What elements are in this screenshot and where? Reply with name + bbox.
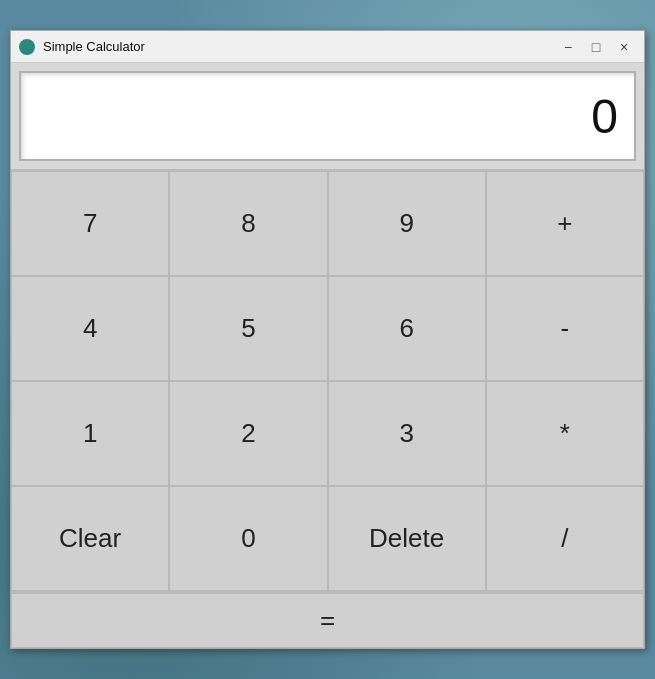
close-button[interactable]: × (612, 37, 636, 57)
display-screen: 0 (19, 71, 636, 161)
btn-divide[interactable]: / (486, 486, 644, 591)
btn-equals[interactable]: = (11, 593, 644, 648)
btn-1[interactable]: 1 (11, 381, 169, 486)
btn-minus[interactable]: - (486, 276, 644, 381)
btn-6[interactable]: 6 (328, 276, 486, 381)
btn-plus[interactable]: + (486, 171, 644, 276)
window-title: Simple Calculator (43, 39, 556, 54)
buttons-grid: 7 8 9 + 4 5 6 - 1 2 3 * Clear 0 Delete / (11, 169, 644, 591)
btn-2[interactable]: 2 (169, 381, 327, 486)
btn-9[interactable]: 9 (328, 171, 486, 276)
btn-7[interactable]: 7 (11, 171, 169, 276)
display-area: 0 (11, 63, 644, 169)
app-icon (19, 39, 35, 55)
btn-4[interactable]: 4 (11, 276, 169, 381)
btn-8[interactable]: 8 (169, 171, 327, 276)
title-bar: Simple Calculator − □ × (11, 31, 644, 63)
btn-5[interactable]: 5 (169, 276, 327, 381)
btn-0[interactable]: 0 (169, 486, 327, 591)
equals-row: = (11, 591, 644, 648)
calculator-window: Simple Calculator − □ × 0 7 8 9 + 4 5 6 … (10, 30, 645, 649)
btn-delete[interactable]: Delete (328, 486, 486, 591)
btn-multiply[interactable]: * (486, 381, 644, 486)
btn-3[interactable]: 3 (328, 381, 486, 486)
maximize-button[interactable]: □ (584, 37, 608, 57)
window-controls: − □ × (556, 37, 636, 57)
btn-clear[interactable]: Clear (11, 486, 169, 591)
display-value: 0 (591, 89, 618, 144)
minimize-button[interactable]: − (556, 37, 580, 57)
